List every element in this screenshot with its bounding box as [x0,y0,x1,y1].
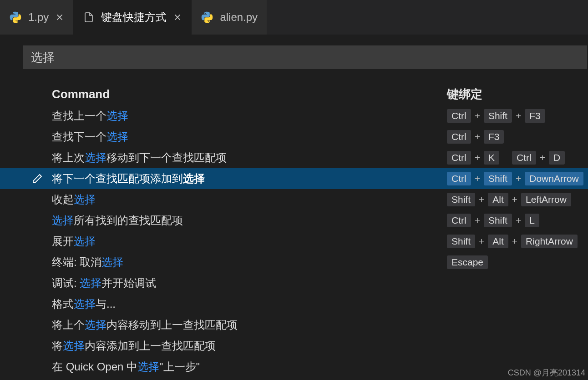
keybinding-row[interactable]: 将上次选择移动到下一个查找匹配项Ctrl+KCtrl+D [23,147,588,168]
keybinding-row[interactable]: 查找下一个选择Ctrl+F3 [23,126,588,147]
command-label: 收起选择 [52,192,447,207]
edit-icon[interactable] [23,173,52,184]
keybinding-search-input[interactable]: 选择 [23,45,587,69]
command-label: 调试: 选择并开始调试 [52,276,447,290]
editor-tabs: 1.py键盘快捷方式alien.py [0,0,588,35]
keybinding-row[interactable]: 选择所有找到的查找匹配项Ctrl+Shift+L [23,210,588,231]
key-LeftArrow: LeftArrow [521,193,571,206]
keybinding-cell: Ctrl+Shift+L [447,214,588,227]
key-Escape: Escape [447,255,488,269]
tab-label: 1.py [28,11,49,24]
table-header: Command 键绑定 [23,83,588,105]
key-K: K [484,151,499,165]
key-L: L [525,214,539,227]
key-Ctrl: Ctrl [447,130,471,144]
command-label: 在 Quick Open 中选择"上一步" [52,360,447,374]
keybinding-row[interactable]: 展开选择Shift+Alt+RightArrow [23,231,588,252]
key-F3: F3 [525,109,545,123]
header-keybinding: 键绑定 [447,86,588,102]
tab-alien.py[interactable]: alien.py [192,0,267,35]
command-label: 将上个选择内容移动到上一查找匹配项 [52,318,447,332]
search-container: 选择 [0,35,588,69]
keybinding-cell: Shift+Alt+LeftArrow [447,193,588,206]
command-label: 查找下一个选择 [52,130,447,144]
key-Alt: Alt [488,193,508,206]
keybinding-cell: Escape [447,255,588,269]
key-Shift: Shift [484,214,512,227]
key-Ctrl: Ctrl [447,214,471,227]
key-Ctrl: Ctrl [512,151,536,165]
keybinding-table: Command 键绑定 查找上一个选择Ctrl+Shift+F3查找下一个选择C… [0,69,588,377]
keybinding-row[interactable]: 将选择内容添加到上一查找匹配项 [23,335,588,356]
keybinding-row[interactable]: 收起选择Shift+Alt+LeftArrow [23,189,588,210]
key-Ctrl: Ctrl [447,109,471,123]
key-Ctrl: Ctrl [447,151,471,165]
tab-label: alien.py [220,11,258,24]
keybinding-cell: Ctrl+F3 [447,130,588,144]
key-Shift: Shift [484,172,512,185]
python-icon [201,11,213,24]
keybinding-row[interactable]: 将上个选择内容移动到上一查找匹配项 [23,315,588,335]
key-Shift: Shift [447,235,475,248]
key-Shift: Shift [447,193,475,206]
command-label: 将下一个查找匹配项添加到选择 [52,171,447,186]
watermark: CSDN @月亮201314 [508,367,585,378]
key-Shift: Shift [484,109,512,123]
key-RightArrow: RightArrow [521,235,578,248]
file-icon [83,11,95,23]
command-label: 将选择内容添加到上一查找匹配项 [52,339,447,353]
key-F3: F3 [484,130,504,144]
keybinding-cell: Ctrl+Shift+F3 [447,109,588,123]
keybinding-row[interactable]: 查找上一个选择Ctrl+Shift+F3 [23,105,588,126]
keybinding-cell: Shift+Alt+RightArrow [447,235,588,248]
keybinding-row[interactable]: 将下一个查找匹配项添加到选择Ctrl+Shift+DownArrow [0,168,588,189]
command-label: 选择所有找到的查找匹配项 [52,213,447,228]
key-Alt: Alt [488,235,508,248]
keybinding-cell: Ctrl+Shift+DownArrow [447,172,588,185]
keybinding-row[interactable]: 在 Quick Open 中选择"上一步" [23,356,588,377]
command-label: 将上次选择移动到下一个查找匹配项 [52,150,447,165]
python-icon [9,11,22,24]
command-label: 终端: 取消选择 [52,255,447,270]
tab-label: 键盘快捷方式 [101,10,167,25]
header-command: Command [52,87,447,101]
keybinding-row[interactable]: 格式选择与... [23,294,588,315]
keybinding-cell: Ctrl+KCtrl+D [447,151,588,165]
tab-键盘快捷方式[interactable]: 键盘快捷方式 [74,0,192,35]
keybinding-row[interactable]: 终端: 取消选择Escape [23,252,588,273]
tab-1.py[interactable]: 1.py [0,0,74,35]
keybinding-row[interactable]: 调试: 选择并开始调试 [23,273,588,294]
command-label: 格式选择与... [52,297,447,311]
command-label: 查找上一个选择 [52,109,447,123]
key-Ctrl: Ctrl [447,172,471,185]
close-icon[interactable] [173,13,182,22]
key-D: D [549,151,565,165]
close-icon[interactable] [55,13,64,22]
key-DownArrow: DownArrow [525,172,583,185]
command-label: 展开选择 [52,234,447,249]
